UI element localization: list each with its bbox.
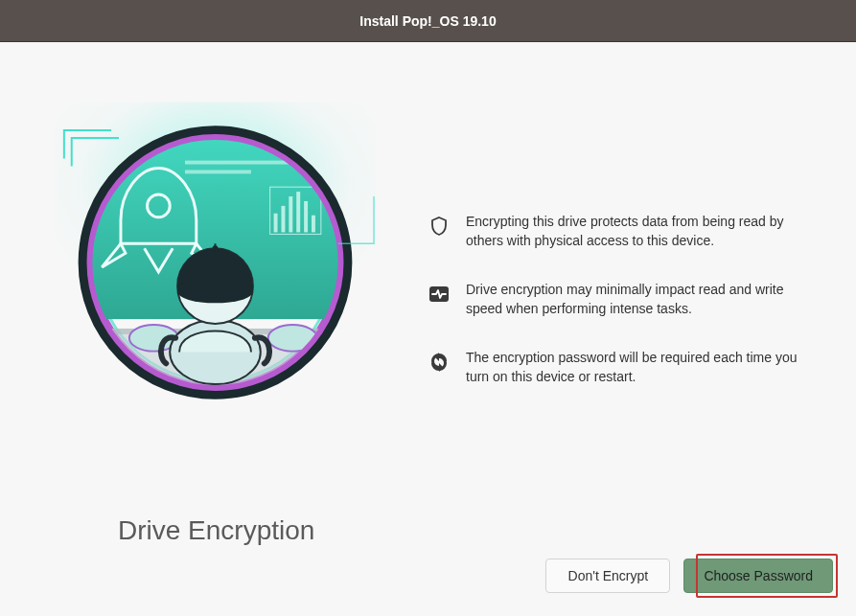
page-title: Drive Encryption xyxy=(118,515,314,546)
svg-rect-7 xyxy=(185,170,251,173)
svg-rect-12 xyxy=(296,192,300,232)
svg-rect-10 xyxy=(281,206,285,233)
svg-rect-9 xyxy=(274,214,278,233)
svg-rect-13 xyxy=(304,201,308,233)
content-area: Encrypting this drive protects data from… xyxy=(0,42,856,616)
dont-encrypt-button[interactable]: Don't Encrypt xyxy=(545,559,670,593)
activity-icon xyxy=(428,283,451,306)
choose-password-button[interactable]: Choose Password xyxy=(683,559,833,593)
svg-rect-6 xyxy=(185,161,289,165)
info-item-protect: Encrypting this drive protects data from… xyxy=(428,213,801,250)
info-text: Encrypting this drive protects data from… xyxy=(466,213,801,250)
shield-icon xyxy=(428,215,451,238)
info-list: Encrypting this drive protects data from… xyxy=(428,213,801,418)
titlebar: Install Pop!_OS 19.10 xyxy=(0,0,856,42)
button-bar: Don't Encrypt Choose Password xyxy=(545,559,833,593)
encryption-illustration xyxy=(55,100,376,425)
svg-rect-11 xyxy=(289,196,292,232)
info-item-restart: The encryption password will be required… xyxy=(428,349,801,386)
svg-rect-14 xyxy=(312,216,315,233)
info-text: The encryption password will be required… xyxy=(466,349,801,386)
info-text: Drive encryption may minimally impact re… xyxy=(466,281,801,318)
svg-rect-24 xyxy=(215,243,217,251)
window-title: Install Pop!_OS 19.10 xyxy=(359,13,496,29)
info-item-speed: Drive encryption may minimally impact re… xyxy=(428,281,801,318)
refresh-icon xyxy=(428,351,451,374)
svg-point-22 xyxy=(177,279,253,298)
